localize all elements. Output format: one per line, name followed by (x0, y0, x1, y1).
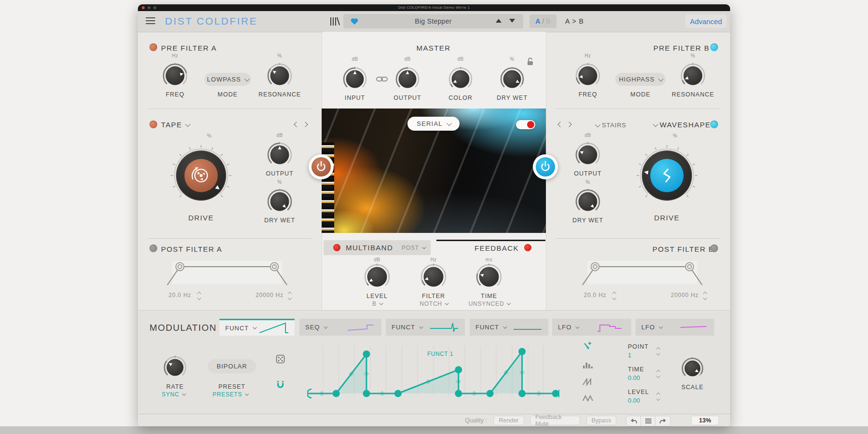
feedback-mute-button[interactable]: Feedback Mute (530, 416, 580, 425)
post-filter-a-low-value[interactable]: 20.0 Hz (169, 292, 191, 298)
ab-toggle-b[interactable]: B (546, 17, 550, 25)
post-filter-a-high-value[interactable]: 20000 Hz (256, 292, 284, 298)
mod-tab-funct-2[interactable]: FUNCT (386, 319, 465, 336)
link-icon[interactable] (376, 76, 388, 82)
post-filter-b-curve[interactable] (580, 257, 705, 288)
pre-filter-a-freq-knob[interactable] (162, 63, 188, 91)
waveshaper-shape-dropdown[interactable]: STAIRS (595, 122, 626, 129)
ab-toggle-a[interactable]: A (535, 17, 540, 25)
master-color-knob[interactable] (448, 67, 473, 94)
chevron-down-icon (244, 392, 248, 395)
master-output-knob[interactable] (395, 67, 420, 94)
preset-name-field[interactable]: Big Stepper (343, 14, 523, 28)
preset-previous-icon[interactable] (496, 19, 502, 23)
bypass-button[interactable]: Bypass (586, 416, 616, 425)
preset-library-icon[interactable] (329, 17, 340, 26)
post-filter-b-low-stepper[interactable] (613, 292, 616, 299)
pre-filter-b-resonance-knob[interactable] (680, 63, 706, 91)
waveshaper-output-knob[interactable] (575, 142, 601, 170)
time-unit: ms (486, 257, 492, 262)
steps-tool-icon[interactable] (583, 360, 593, 369)
chevron-right-icon[interactable] (566, 122, 571, 127)
mod-presets-dropdown[interactable]: PRESETS (213, 391, 248, 398)
chevron-left-icon[interactable] (557, 122, 563, 127)
randomize-dice-icon[interactable] (276, 354, 285, 364)
mod-rate-sync-dropdown[interactable]: SYNC (162, 391, 185, 398)
mod-level-stepper[interactable] (657, 393, 660, 400)
saw-tool-icon[interactable] (583, 378, 593, 386)
mod-point-stepper[interactable] (657, 348, 660, 355)
add-point-tool-icon[interactable] (583, 341, 593, 352)
master-input-knob[interactable] (342, 67, 367, 94)
post-filter-b-led[interactable] (710, 244, 718, 252)
redo-button[interactable] (655, 416, 671, 426)
chevron-right-icon[interactable] (302, 122, 308, 127)
pre-filter-a-mode-dropdown[interactable]: LOWPASS (204, 73, 251, 86)
snap-magnet-icon[interactable] (275, 380, 285, 390)
pre-filter-b-freq-knob[interactable] (575, 63, 601, 91)
routing-toggle[interactable] (516, 120, 535, 129)
undo-button[interactable] (626, 416, 642, 426)
post-filter-b-high-value[interactable]: 20000 Hz (671, 292, 699, 298)
multiband-led[interactable] (333, 244, 340, 251)
tape-output-knob[interactable] (267, 142, 293, 170)
preset-next-icon[interactable] (509, 19, 515, 23)
pre-filter-a-resonance-knob[interactable] (267, 63, 293, 91)
triangle-tool-icon[interactable] (583, 394, 593, 402)
post-filter-a-low-stepper[interactable] (198, 292, 201, 299)
feedback-led[interactable] (524, 244, 531, 251)
mod-tab-funct-3[interactable]: FUNCT (470, 319, 548, 336)
mod-time-value[interactable]: 0.00 (628, 374, 640, 381)
filter-type-dropdown[interactable]: NOTCH (420, 300, 448, 307)
master-drywet-knob[interactable] (500, 67, 525, 94)
pre-filter-a-led[interactable] (149, 43, 157, 51)
multiband-position-dropdown[interactable]: POST (402, 244, 425, 251)
unlocked-padlock-icon[interactable] (527, 57, 534, 66)
routing-mode-dropdown[interactable]: SERIAL (407, 117, 460, 131)
pre-filter-b-mode-dropdown[interactable]: HIGHPASS (615, 73, 665, 86)
mod-tab-lfo-1[interactable]: LFO (552, 319, 631, 336)
feedback-filter-knob[interactable] (420, 263, 447, 292)
tape-drive-knob[interactable] (169, 144, 233, 209)
mod-tab-funct-1[interactable]: FUNCT (219, 319, 295, 336)
waveshaper-drywet-knob[interactable] (575, 189, 601, 217)
multiband-level-knob[interactable] (364, 263, 391, 292)
mod-tab-seq[interactable]: SEQ (299, 319, 381, 336)
waveshaper-type-prev-next[interactable] (558, 122, 571, 126)
copy-a-to-b-button[interactable]: A > B (565, 17, 584, 25)
bipolar-button[interactable]: BIPOLAR (208, 359, 256, 373)
time-sync-dropdown[interactable]: UNSYNCED (469, 300, 510, 307)
level-band-dropdown[interactable]: B (372, 300, 382, 307)
post-filter-b-low-value[interactable]: 20.0 Hz (584, 292, 607, 298)
tape-type-prev-next[interactable] (295, 122, 307, 126)
post-filter-b-high-stepper[interactable] (704, 292, 706, 299)
feedback-time-knob[interactable] (475, 263, 502, 292)
mod-level-value[interactable]: 0.00 (628, 397, 640, 404)
mod-rate-knob[interactable] (163, 355, 187, 381)
pre-filter-b-led[interactable] (710, 43, 718, 51)
post-filter-a-high-stepper[interactable] (288, 292, 291, 299)
post-filter-a-led[interactable] (149, 244, 157, 252)
ab-toggle[interactable]: A / B (529, 14, 556, 28)
waveshaper-drive-knob[interactable] (635, 144, 699, 209)
mod-time-stepper[interactable] (657, 370, 660, 378)
render-button[interactable]: Render (493, 416, 524, 425)
chevron-left-icon[interactable] (294, 122, 299, 127)
tab-label: FUNCT (475, 324, 499, 331)
advanced-button[interactable]: Advanced (685, 14, 727, 28)
tape-led[interactable] (149, 121, 157, 128)
tape-type-dropdown[interactable]: TAPE (161, 121, 189, 129)
mod-point-value[interactable]: 1 (628, 352, 631, 359)
hamburger-menu-icon[interactable] (146, 17, 155, 25)
tape-drywet-knob[interactable] (267, 189, 293, 217)
mod-tab-lfo-2[interactable]: LFO (636, 319, 714, 336)
cpu-zoom-indicator[interactable]: 13% (691, 416, 719, 425)
waveshaper-header[interactable]: WAVESHAPER (653, 121, 717, 129)
window-titlebar: Dist COLDFIRE/4-Vocal Demo We're 1 (138, 4, 730, 11)
waveshaper-power-button[interactable] (532, 153, 559, 182)
history-menu-button[interactable] (640, 416, 656, 426)
post-filter-a-curve[interactable] (164, 257, 290, 288)
mod-scale-knob[interactable] (681, 357, 704, 382)
tape-power-button[interactable] (308, 153, 335, 182)
waveshaper-led[interactable] (710, 121, 718, 128)
